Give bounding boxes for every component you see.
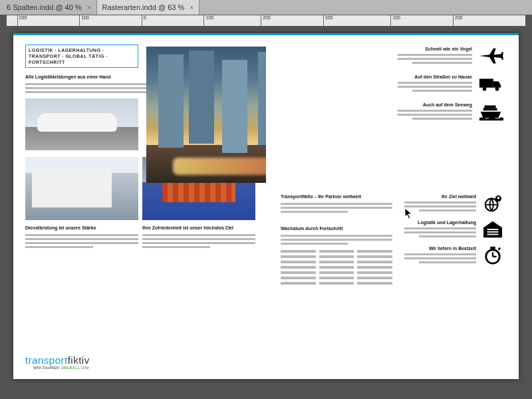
svg-rect-8: [487, 231, 499, 233]
body-text-placeholder: [142, 234, 255, 248]
page-left[interactable]: LOGISTIK · LAGERHALTUNG · TRANSPORT · GL…: [13, 33, 266, 379]
body-text-placeholder: [281, 203, 392, 213]
svg-rect-11: [490, 247, 495, 249]
heading: Transportfiktiv – Ihr Partner weltweit: [281, 194, 392, 199]
heading: Logistik und Lagerhaltung: [404, 220, 476, 225]
close-icon[interactable]: ×: [87, 4, 91, 11]
heading: Ihre Zufriedenheit ist unser höchstes Zi…: [142, 225, 255, 230]
heading: Wir liefern in Bestzeit: [404, 246, 476, 251]
tab-label: Rasterarten.indd @ 63 %: [102, 3, 185, 11]
stopwatch-icon: [481, 246, 504, 265]
heading: Ihr Ziel weltweit: [404, 194, 476, 199]
svg-rect-9: [487, 234, 499, 235]
svg-rect-3: [485, 106, 496, 108]
bullet-columns: [281, 250, 392, 287]
svg-rect-0: [479, 78, 493, 87]
ship-icon: [477, 102, 504, 122]
airplane-icon: [477, 47, 504, 66]
heading: Wachstum durch Fortschritt: [281, 226, 392, 231]
heading: Auf den Straßen zu Hause: [398, 74, 472, 79]
svg-point-6: [497, 197, 500, 200]
image-airplane: [25, 98, 138, 150]
heading: Auch auf dem Seeweg: [398, 102, 472, 107]
svg-point-2: [495, 87, 499, 91]
document-spread: LOGISTIK · LAGERHALTUNG · TRANSPORT · GL…: [13, 33, 519, 379]
canvas[interactable]: LOGISTIK · LAGERHALTUNG · TRANSPORT · GL…: [0, 27, 532, 399]
tagline-box: LOGISTIK · LAGERHALTUNG · TRANSPORT · GL…: [25, 45, 138, 68]
close-icon[interactable]: ×: [190, 4, 194, 11]
globe-pin-icon: [481, 194, 504, 213]
body-text-placeholder: [281, 235, 392, 245]
svg-rect-7: [487, 229, 499, 230]
svg-point-1: [483, 87, 487, 91]
warehouse-icon: [481, 220, 504, 239]
body-text-placeholder: [25, 234, 138, 248]
ruler-horizontal[interactable]: 200 100 0 100 200 300 100 200: [0, 15, 532, 27]
heading: Dienstleistung ist unsere Stärke: [25, 225, 138, 230]
tab-label: 6 Spalten.indd @ 40 %: [7, 3, 82, 11]
heading: Schnell wie ein Vogel: [398, 47, 472, 51]
page-right[interactable]: Schnell wie ein Vogel Auf den Straßen zu…: [266, 33, 519, 379]
svg-line-14: [498, 248, 500, 250]
image-truck: [25, 157, 138, 220]
svg-rect-4: [483, 108, 497, 110]
tab-rasterarten[interactable]: Rasterarten.indd @ 63 % ×: [97, 0, 200, 15]
logo: transportfiktiv WIR FAHREN ÜBERALL HIN!: [25, 354, 90, 370]
truck-icon: [477, 74, 504, 94]
tab-bar: 6 Spalten.indd @ 40 % × Rasterarten.indd…: [0, 0, 532, 15]
tab-6-spalten[interactable]: 6 Spalten.indd @ 40 % ×: [1, 0, 97, 15]
